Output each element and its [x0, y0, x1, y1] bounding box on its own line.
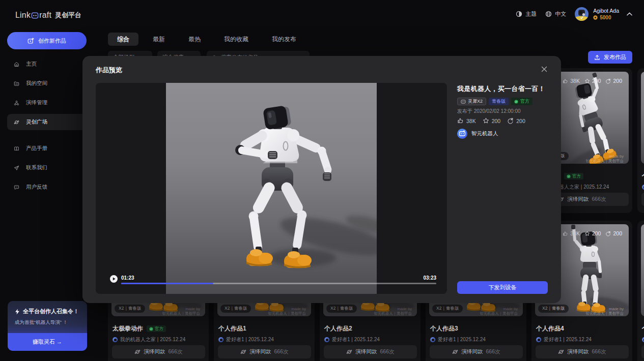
watermark: made by 智元机器人｜灵创平台	[585, 154, 624, 163]
work-author: 爱好者1 | 2025.12.24	[536, 336, 629, 343]
create-work-button[interactable]: 创作新作品	[7, 32, 87, 49]
publish-work-button[interactable]: 发布作品	[588, 51, 632, 64]
sidebar-item[interactable]: 联系我们	[7, 160, 87, 176]
perform-same-label: 演绎同款	[461, 348, 483, 355]
work-title: 个人作品5	[642, 324, 644, 333]
author-avatar	[457, 129, 467, 139]
planet-icon	[240, 349, 246, 355]
sidebar-item-icon	[14, 119, 19, 125]
perform-same-button[interactable]: 演绎同款 666次	[536, 345, 629, 358]
tab[interactable]: 最热	[179, 33, 210, 46]
preview-work-title: 我是机器人，买一台省一百！	[457, 84, 548, 94]
sidebar-item[interactable]: 产品手册	[7, 140, 87, 157]
preview-author[interactable]: 智元机器人	[457, 129, 548, 139]
sort-tabs: 综合最新最热我的收藏我的发布	[108, 33, 305, 46]
work-card-stats: 38K 200 200	[563, 78, 622, 84]
work-author: 爱好者1 | 2025.12.24	[642, 184, 644, 191]
sidebar-nav: 主页 我的空间 演绎管理 灵创广场 产品手册 联系我们 用户反馈	[7, 56, 87, 198]
sidebar-item[interactable]: 主页	[7, 56, 87, 72]
theme-label: 主题	[525, 10, 537, 18]
sidebar-item-label: 产品手册	[26, 145, 47, 152]
share-icon	[605, 231, 611, 236]
close-icon[interactable]	[540, 65, 549, 74]
language-label: 中文	[555, 10, 566, 18]
watermark: made by 智元机器人｜灵创平台	[374, 307, 412, 316]
tab[interactable]: 我的收藏	[215, 33, 258, 46]
sidebar-item[interactable]: 灵创广场	[7, 114, 87, 130]
creator-promo-card: 全平台创作人召集令！ 成为首批“机器人导演” ！ 赚取灵石 →	[8, 301, 87, 351]
sidebar-item-label: 主页	[26, 61, 37, 68]
perform-same-button[interactable]: 演绎同款 666次	[430, 345, 523, 358]
official-check-icon	[149, 327, 153, 331]
model-version-badge: X2｜青春版	[326, 305, 357, 313]
create-work-label: 创作新作品	[38, 37, 66, 45]
work-title: 个人作品3	[430, 324, 458, 333]
perform-same-button[interactable]: 演绎同款 666次	[641, 193, 644, 206]
sidebar-item-label: 灵创广场	[26, 118, 47, 126]
model-version-badge: X2｜青春版	[538, 305, 569, 313]
like-icon	[563, 231, 568, 236]
work-author: 我的机器人之家 | 2025.12.24	[113, 336, 205, 343]
work-card[interactable]: 38K 200 200 X2｜青春版 made by 智元机器人｜灵创平台 个人…	[637, 68, 644, 213]
logo-robot-face-icon	[31, 12, 39, 19]
sidebar-item[interactable]: 我的空间	[7, 75, 87, 92]
perform-same-button[interactable]: 演绎同款 666次	[324, 345, 417, 358]
perform-same-count: 666次	[168, 348, 182, 355]
star-count: 200	[492, 118, 501, 124]
author-avatar	[113, 337, 118, 342]
user-menu[interactable]: Agibot Ada 5000	[575, 7, 632, 21]
play-button[interactable]	[110, 275, 118, 283]
progress-track[interactable]	[121, 283, 436, 284]
work-preview-modal: 作品预览 01:23 03:23 我是机器人，买一台省一百！ 灵犀X2	[82, 56, 561, 303]
work-title: 太极拳动作	[113, 324, 143, 333]
star-icon	[584, 231, 590, 236]
coin-icon	[593, 15, 598, 20]
work-card-image: 38K 200 200 X2｜青春版 made by 智元机器人｜灵创平台	[641, 224, 644, 316]
language-switch[interactable]: 中文	[545, 10, 566, 18]
tab[interactable]: 我的发布	[263, 33, 305, 46]
perform-same-label: 演绎同款	[144, 348, 165, 355]
perform-same-button[interactable]: 演绎同款 666次	[218, 345, 311, 358]
send-to-device-button[interactable]: 下发到设备	[457, 281, 548, 294]
sidebar-item[interactable]: 用户反馈	[7, 179, 87, 195]
create-video-icon	[27, 38, 34, 44]
share-count: 200	[516, 118, 525, 124]
publish-date: 发布于 2020/02/02 12:00:00	[457, 108, 548, 115]
sidebar-item-label: 我的空间	[26, 80, 47, 87]
promo-subtitle: 成为首批“机器人导演” ！	[15, 319, 87, 326]
work-title: 个人作品2	[324, 324, 352, 333]
author-avatar	[536, 337, 541, 342]
official-badge: 官方	[564, 173, 583, 179]
sidebar-item[interactable]: 演绎管理	[7, 95, 87, 111]
tab[interactable]: 最新	[144, 33, 174, 46]
time-current: 01:23	[121, 275, 134, 281]
planet-icon	[346, 349, 352, 355]
video-player[interactable]: 01:23 03:23	[96, 83, 447, 294]
perform-same-label: 演绎同款	[355, 348, 377, 355]
model-version-badge: X2｜青春版	[115, 305, 145, 313]
logo-text-suffix: raft	[39, 11, 51, 20]
upload-icon	[594, 54, 600, 61]
coin-balance: 5000	[600, 15, 611, 20]
model-tag: 灵犀X2	[457, 98, 486, 105]
sidebar-item-icon	[14, 146, 19, 152]
perform-same-label: 演绎同款	[567, 196, 589, 203]
theme-toggle[interactable]: 主题	[516, 10, 537, 18]
tab[interactable]: 综合	[108, 33, 138, 46]
perform-same-button[interactable]: 演绎同款 666次	[112, 345, 205, 358]
sidebar-item-icon	[14, 81, 19, 86]
progress-fill	[121, 283, 213, 284]
work-title: 个人作品4	[536, 324, 564, 333]
official-check-icon	[567, 174, 571, 178]
like-count: 38K	[570, 78, 580, 84]
author-avatar	[324, 337, 329, 342]
work-card[interactable]: 38K 200 200 X2｜青春版 made by 智元机器人｜灵创平台 个人…	[637, 221, 644, 361]
sidebar-item-label: 联系我们	[26, 164, 47, 171]
chevron-up-icon	[627, 12, 632, 16]
earn-stones-button[interactable]: 赚取灵石 →	[8, 333, 87, 351]
app-logo: Link raft 灵创平台	[15, 11, 81, 20]
star-icon	[584, 78, 590, 84]
perform-same-count: 666次	[380, 348, 394, 355]
official-check-icon	[514, 100, 518, 104]
perform-same-button[interactable]: 演绎同款 666次	[641, 345, 644, 358]
